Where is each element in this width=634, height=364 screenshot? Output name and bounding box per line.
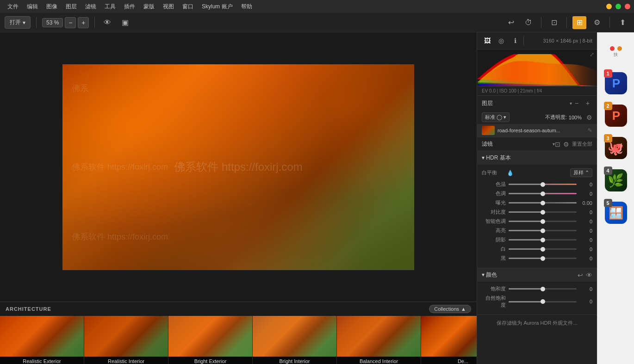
slider-thumb-saturation[interactable] [541,287,545,291]
color-undo-icon[interactable]: ↩ [578,271,583,279]
slider-track-saturation[interactable] [509,288,577,290]
crop-button[interactable]: ⊡ [547,16,561,29]
slider-track-vibrance[interactable] [509,301,577,302]
hdr-header[interactable]: ▾ HDR 基本 [477,151,597,165]
wb-eye-dropper-icon[interactable]: 💧 [507,170,514,176]
compare-icon-button[interactable]: ▣ [118,16,132,29]
color-eye-icon[interactable]: 👁 [586,271,592,279]
menu-skylum[interactable]: Skylum 账户 [198,2,236,12]
slider-thumb-white[interactable] [541,247,545,252]
undo-button[interactable]: ↩ [504,16,518,29]
layer-settings-icon[interactable]: ⚙ [586,114,592,121]
toolbar-sep-2 [94,17,95,28]
slider-label-smart-tone: 智能色调 [482,218,506,225]
preset-item-bright-exterior[interactable]: Bright Exterior [168,316,253,364]
settings-button[interactable]: ⚙ [590,16,604,29]
opacity-value[interactable]: 100% [569,115,582,120]
slider-thumb-contrast[interactable] [541,210,545,215]
wb-chevron-icon: ⌃ [585,170,589,176]
layers-minus-button[interactable]: − [572,99,581,108]
slider-track-highlights[interactable] [509,230,577,231]
slider-track-color-temp[interactable] [509,184,577,185]
slider-track-color-tint[interactable] [509,193,577,194]
zoom-out-button[interactable]: − [65,17,76,28]
menu-image[interactable]: 图像 [43,2,61,12]
menu-file[interactable]: 文件 [4,2,22,12]
slider-fill-color-tint [509,193,543,194]
zoom-in-button[interactable]: + [78,17,89,28]
info-icon-button[interactable]: ℹ [510,35,521,46]
history-button[interactable]: ⏱ [522,16,535,29]
slider-row-saturation: 饱和度 0 [482,285,592,292]
layers-actions: − + [572,99,592,108]
presets-thumbnails: Realistic Exterior Realistic Interior Br… [0,316,477,364]
menu-view[interactable]: 视图 [159,2,178,12]
slider-thumb-color-temp[interactable] [541,182,545,187]
expand-icon[interactable]: ⤢ [590,51,594,58]
slider-thumb-black[interactable] [541,256,545,261]
layer-item[interactable]: road-forest-season-autum... ✎ [477,124,597,137]
slider-value-smart-tone: 0 [579,219,592,224]
menu-filters[interactable]: 滤镜 [81,2,100,12]
wb-value-dropdown[interactable]: 原样 ⌃ [570,168,592,177]
slider-thumb-smart-tone[interactable] [541,219,545,224]
menu-help[interactable]: 帮助 [237,2,256,12]
slider-thumb-color-tint[interactable] [541,191,545,196]
layer-name: road-forest-season-autum... [497,128,585,133]
slider-track-white[interactable] [509,248,577,250]
menu-layers[interactable]: 图层 [62,2,81,12]
slider-fill-contrast [509,211,543,213]
preset-item-bright-interior[interactable]: Bright Interior [253,316,337,364]
slider-track-exposure[interactable] [509,202,577,204]
preset-item-de[interactable]: De... [421,316,477,364]
adjustments-icon-button[interactable]: ◎ [496,35,507,46]
slider-track-shadows[interactable] [509,239,577,241]
slider-track-contrast[interactable] [509,211,577,213]
taskbar-item-4[interactable]: 4 🌿 [602,167,630,194]
window-close-button[interactable] [625,4,630,9]
preset-item-realistic-exterior[interactable]: Realistic Exterior [0,316,84,364]
menu-tools[interactable]: 工具 [101,2,119,12]
image-dimensions: 3160 × 1846 px | 8-bit [543,38,592,43]
slider-track-smart-tone[interactable] [509,221,577,222]
layer-edit-icon[interactable]: ✎ [588,127,592,134]
zoom-display[interactable]: 53 % [42,18,63,27]
window-minimize-button[interactable] [606,4,612,9]
preset-item-realistic-interior[interactable]: Realistic Interior [84,316,168,364]
layers-plus-button[interactable]: + [583,99,592,108]
presets-grid-button[interactable]: ⊞ [572,16,586,29]
histogram-icon-button[interactable]: 🖼 [482,35,493,46]
menu-edit[interactable]: 编辑 [23,2,42,12]
slider-thumb-exposure[interactable] [541,201,545,205]
open-button[interactable]: 打开 ▾ [5,16,31,29]
taskbar-badge-2: 2 [604,102,612,110]
color-section-header[interactable]: ▾ 颜色 ↩ 👁 [477,268,597,282]
slider-row-color-temp: 色温 0 [482,181,592,188]
taskbar-item-5[interactable]: 5 🪟 [602,199,630,227]
reset-all-button[interactable]: 重置全部 [572,141,592,148]
blend-mode-dropdown[interactable]: 标准 ◯ ▾ [482,112,510,122]
preset-item-balanced-interior[interactable]: Balanced Interior [337,316,421,364]
slider-fill-black [509,258,543,259]
slider-label-color-temp: 色温 [482,181,506,188]
slider-thumb-shadows[interactable] [541,238,545,242]
menu-plugins[interactable]: 插件 [120,2,139,12]
layers-section-header[interactable]: 图层 ▾ − + [477,96,597,111]
preset-thumb-realistic-interior [84,316,168,357]
menu-masks[interactable]: 蒙版 [140,2,158,12]
filters-gear-icon[interactable]: ⚙ [563,141,569,148]
filters-mask-icon[interactable]: ⊡ [555,141,560,148]
slider-thumb-highlights[interactable] [541,228,545,233]
eye-icon-button[interactable]: 👁 [100,16,114,29]
window-maximize-button[interactable] [615,4,621,9]
slider-thumb-vibrance[interactable] [541,299,545,304]
slider-track-black[interactable] [509,258,577,259]
export-button[interactable]: ⬆ [615,16,629,29]
presets-strip: ARCHITECTURE Collections ▲ Realistic Ext… [0,302,477,364]
taskbar-item-3[interactable]: 3 🐙 [602,134,630,162]
menu-window[interactable]: 窗口 [179,2,197,12]
save-filter-button[interactable]: 保存滤镜为 Aurora HDR 外观文件... [482,318,592,328]
taskbar-item-1[interactable]: 1 P [602,69,630,97]
taskbar-item-2[interactable]: 2 P [602,102,630,130]
collections-button[interactable]: Collections ▲ [429,305,471,313]
